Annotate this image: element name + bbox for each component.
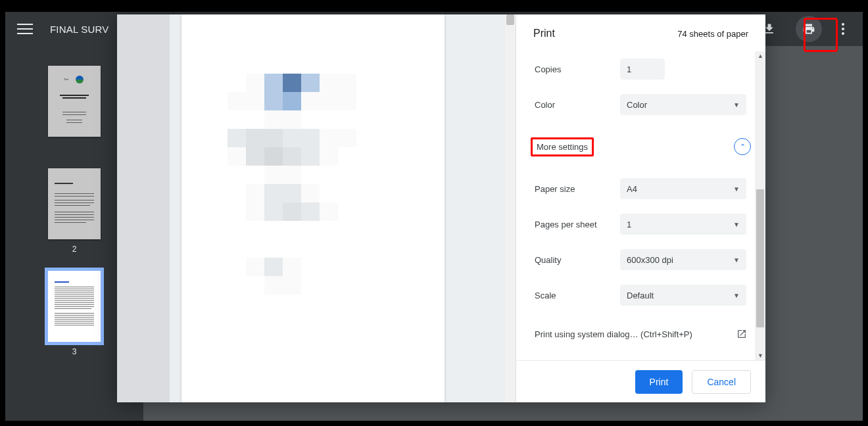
print-button[interactable] — [796, 16, 822, 42]
paper-size-select[interactable]: A4▼ — [620, 178, 746, 199]
open-in-new-icon — [736, 329, 747, 339]
quality-select[interactable]: 600x300 dpi▼ — [620, 249, 746, 270]
chevron-down-icon: ▼ — [733, 256, 740, 264]
scale-select[interactable]: Default▼ — [620, 285, 746, 306]
row-scale: Scale Default▼ — [516, 277, 765, 313]
row-pages-per-sheet: Pages per sheet 1▼ — [516, 206, 765, 242]
sheet-count: 74 sheets of paper — [677, 29, 748, 39]
row-quality: Quality 600x300 dpi▼ — [516, 242, 765, 277]
more-vertical-icon — [842, 28, 844, 30]
label-copies: Copies — [535, 64, 620, 74]
chevron-down-icon: ▼ — [733, 292, 740, 299]
more-settings-label: More settings — [531, 137, 594, 156]
row-copies: Copies — [516, 51, 765, 87]
system-dialog-link[interactable]: Print using system dialog… (Ctrl+Shift+P… — [516, 313, 765, 351]
thumbnail-page-3[interactable] — [48, 271, 101, 342]
copies-input[interactable] — [620, 59, 665, 80]
label-paper-size: Paper size — [535, 184, 620, 194]
preview-scrollbar[interactable] — [505, 14, 516, 402]
print-confirm-button[interactable]: Print — [635, 370, 683, 394]
pages-per-sheet-select[interactable]: 1▼ — [620, 214, 746, 235]
scroll-up-icon: ▲ — [758, 53, 763, 59]
row-paper-size: Paper size A4▼ — [516, 171, 765, 206]
settings-scrollbar[interactable]: ▲ ▼ — [755, 51, 765, 360]
scroll-down-icon: ▼ — [758, 352, 763, 359]
print-dialog: Print 74 sheets of paper Copies Color Co… — [117, 14, 765, 402]
print-preview-pane — [117, 14, 516, 402]
chevron-down-icon: ▼ — [733, 101, 740, 108]
menu-icon[interactable] — [17, 21, 33, 37]
color-select[interactable]: Color▼ — [620, 94, 746, 115]
chevron-down-icon: ▼ — [733, 185, 740, 193]
chevron-up-icon: ⌃ — [740, 143, 746, 151]
print-icon — [802, 22, 815, 36]
system-dialog-label: Print using system dialog… (Ctrl+Shift+P… — [535, 329, 692, 339]
row-color: Color Color▼ — [516, 87, 765, 122]
row-more-settings[interactable]: More settings ⌃ — [516, 129, 765, 164]
preview-blurred-content — [228, 74, 398, 295]
document-title: FINAL SURV — [50, 24, 109, 35]
print-dialog-title: Print — [533, 28, 555, 39]
chevron-down-icon: ▼ — [733, 221, 740, 228]
label-pages-per-sheet: Pages per sheet — [535, 220, 620, 229]
preview-margin — [117, 14, 170, 402]
preview-page[interactable] — [181, 14, 445, 402]
more-options-button[interactable] — [835, 16, 851, 42]
collapse-button[interactable]: ⌃ — [734, 138, 751, 155]
cancel-button[interactable]: Cancel — [692, 370, 751, 394]
scrollbar-thumb[interactable] — [756, 189, 764, 327]
label-quality: Quality — [535, 255, 620, 265]
thumbnail-page-2[interactable] — [48, 168, 101, 239]
print-settings-pane: Print 74 sheets of paper Copies Color Co… — [516, 14, 765, 402]
scrollbar-thumb[interactable] — [506, 14, 514, 25]
label-color: Color — [535, 100, 620, 110]
dialog-footer: Print Cancel — [516, 360, 765, 402]
thumbnail-page-1[interactable]: The — [48, 66, 101, 137]
label-scale: Scale — [535, 291, 620, 300]
